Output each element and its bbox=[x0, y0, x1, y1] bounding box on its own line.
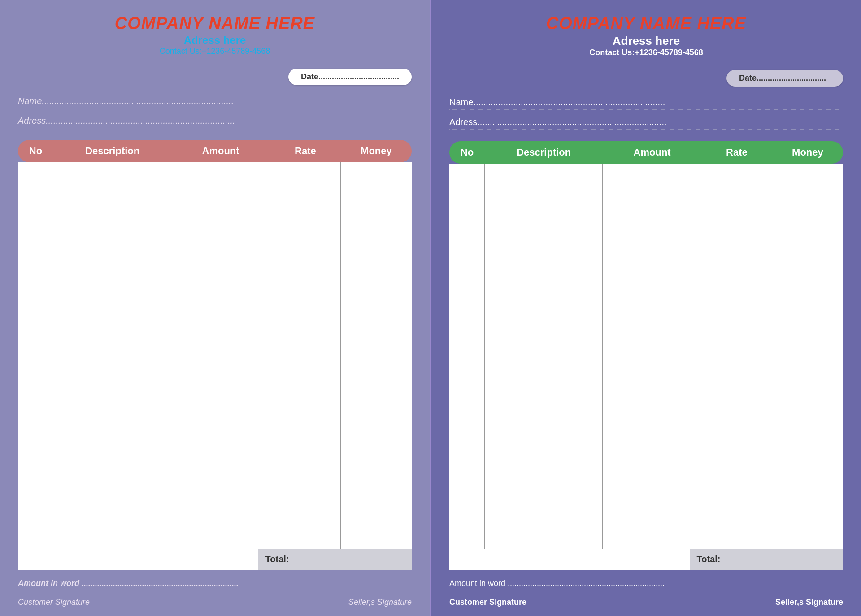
right-date-field: Date............................... bbox=[726, 70, 843, 87]
right-total-spacer bbox=[449, 549, 690, 570]
left-address: Adress here bbox=[18, 34, 412, 47]
right-address: Adress here bbox=[449, 34, 843, 48]
left-col-no: No bbox=[18, 145, 53, 157]
right-body-amount bbox=[603, 164, 701, 549]
right-amount-in-word: Amount in word .........................… bbox=[449, 579, 843, 590]
left-table: No Description Amount Rate Money Total: bbox=[18, 140, 412, 570]
left-body-money bbox=[341, 162, 412, 549]
right-body-no bbox=[449, 164, 485, 549]
right-col-amount: Amount bbox=[603, 147, 701, 158]
left-date-row: Date.................................... bbox=[18, 69, 412, 85]
left-body-desc bbox=[53, 162, 171, 549]
right-name-row: Name....................................… bbox=[449, 97, 843, 110]
left-col-money: Money bbox=[341, 145, 412, 157]
right-body-money bbox=[772, 164, 843, 549]
right-name-label: Name....................................… bbox=[449, 97, 843, 110]
left-table-body bbox=[18, 162, 412, 549]
right-invoice-panel: COMPANY NAME HERE Adress here Contact Us… bbox=[431, 0, 861, 616]
left-name-label: Name....................................… bbox=[18, 96, 412, 108]
right-date-row: Date............................... bbox=[449, 70, 843, 87]
left-col-rate: Rate bbox=[270, 145, 341, 157]
left-address-row: Adress..................................… bbox=[18, 116, 412, 128]
left-name-row: Name....................................… bbox=[18, 96, 412, 108]
left-date-field: Date.................................... bbox=[288, 69, 412, 85]
left-amount-in-word: Amount in word .........................… bbox=[18, 579, 412, 590]
left-col-description: Description bbox=[53, 145, 171, 157]
right-address-label: Adress..................................… bbox=[449, 117, 843, 130]
right-col-money: Money bbox=[772, 147, 843, 158]
right-table-body bbox=[449, 164, 843, 549]
right-address-row: Adress..................................… bbox=[449, 117, 843, 130]
left-address-label: Adress..................................… bbox=[18, 116, 412, 128]
left-header: COMPANY NAME HERE Adress here Contact Us… bbox=[18, 13, 412, 56]
left-signature-row: Customer Signature Seller,s Signature bbox=[18, 598, 412, 607]
right-total-row: Total: bbox=[449, 549, 843, 570]
right-body-desc bbox=[485, 164, 603, 549]
left-table-header: No Description Amount Rate Money bbox=[18, 140, 412, 162]
right-header: COMPANY NAME HERE Adress here Contact Us… bbox=[449, 13, 843, 57]
right-col-no: No bbox=[449, 147, 485, 158]
right-seller-signature: Seller,s Signature bbox=[775, 598, 843, 607]
right-company-name: COMPANY NAME HERE bbox=[449, 13, 843, 34]
left-body-amount bbox=[171, 162, 270, 549]
right-col-description: Description bbox=[485, 147, 603, 158]
left-total-row: Total: bbox=[18, 549, 412, 570]
right-table-header: No Description Amount Rate Money bbox=[449, 141, 843, 164]
left-seller-signature: Seller,s Signature bbox=[348, 598, 412, 607]
right-signature-row: Customer Signature Seller,s Signature bbox=[449, 598, 843, 607]
right-total-cell: Total: bbox=[690, 549, 843, 570]
left-customer-signature: Customer Signature bbox=[18, 598, 90, 607]
left-invoice-panel: COMPANY NAME HERE Adress here Contact Us… bbox=[0, 0, 430, 616]
right-customer-signature: Customer Signature bbox=[449, 598, 526, 607]
right-table: No Description Amount Rate Money Total: bbox=[449, 141, 843, 570]
right-contact: Contact Us:+1236-45789-4568 bbox=[449, 48, 843, 57]
left-col-amount: Amount bbox=[171, 145, 270, 157]
left-company-name: COMPANY NAME HERE bbox=[18, 13, 412, 34]
right-col-rate: Rate bbox=[701, 147, 772, 158]
left-body-rate bbox=[270, 162, 341, 549]
right-body-rate bbox=[701, 164, 772, 549]
left-total-cell: Total: bbox=[258, 549, 412, 570]
left-total-spacer bbox=[18, 549, 258, 570]
left-contact: Contact Us:+1236-45789-4568 bbox=[18, 47, 412, 56]
left-body-no bbox=[18, 162, 53, 549]
